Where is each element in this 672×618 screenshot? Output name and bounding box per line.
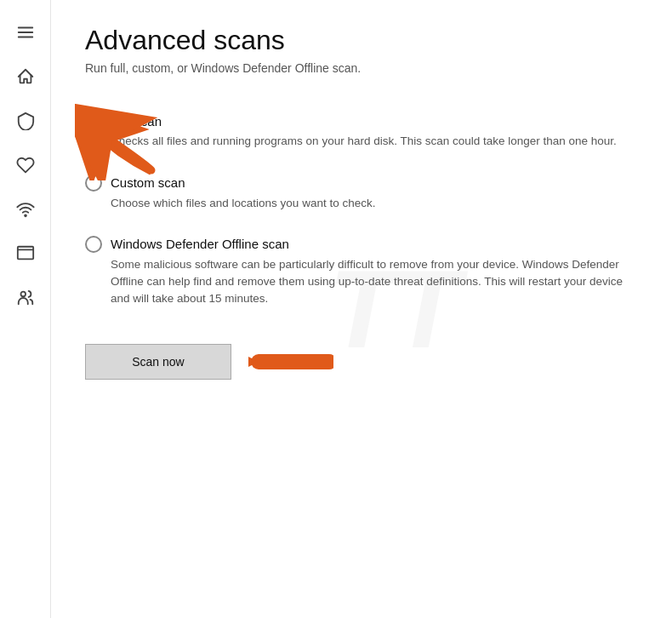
full-scan-header[interactable]: Full scan [85, 112, 638, 129]
offline-scan-option: Windows Defender Offline scan Some malic… [85, 224, 638, 320]
custom-scan-header[interactable]: Custom scan [85, 175, 638, 192]
full-scan-option: Full scan Checks all files and running p… [85, 100, 638, 162]
shield-icon[interactable] [7, 102, 44, 140]
svg-rect-4 [17, 247, 32, 260]
custom-scan-desc: Choose which files and locations you wan… [111, 195, 638, 212]
offline-scan-header[interactable]: Windows Defender Offline scan [85, 236, 638, 253]
offline-scan-radio[interactable] [85, 236, 102, 253]
full-scan-radio[interactable] [85, 112, 102, 129]
full-scan-label: Full scan [111, 114, 162, 129]
scan-now-button[interactable]: Scan now [85, 344, 231, 380]
scan-now-arrow [248, 340, 333, 383]
full-scan-desc: Checks all files and running programs on… [111, 133, 638, 150]
main-content: TT Advanced scans Run full, custom, or W… [51, 0, 672, 618]
offline-scan-desc: Some malicious software can be particula… [111, 256, 638, 308]
scan-options: Full scan Checks all files and running p… [85, 100, 638, 319]
heart-icon[interactable] [7, 146, 44, 184]
people-icon[interactable] [7, 279, 44, 317]
sidebar [0, 0, 51, 618]
wireless-icon[interactable] [7, 191, 44, 228]
home-icon[interactable] [7, 58, 44, 95]
svg-point-3 [25, 215, 26, 216]
scan-btn-row: Scan now [85, 340, 638, 383]
custom-scan-label: Custom scan [111, 175, 185, 190]
svg-point-6 [20, 292, 26, 297]
page-title: Advanced scans [85, 24, 638, 56]
custom-scan-option: Custom scan Choose which files and locat… [85, 163, 638, 224]
offline-scan-label: Windows Defender Offline scan [111, 237, 289, 251]
page-subtitle: Run full, custom, or Windows Defender Of… [85, 61, 638, 75]
menu-icon[interactable] [7, 14, 44, 51]
browser-icon[interactable] [7, 235, 44, 272]
custom-scan-radio[interactable] [85, 175, 102, 192]
